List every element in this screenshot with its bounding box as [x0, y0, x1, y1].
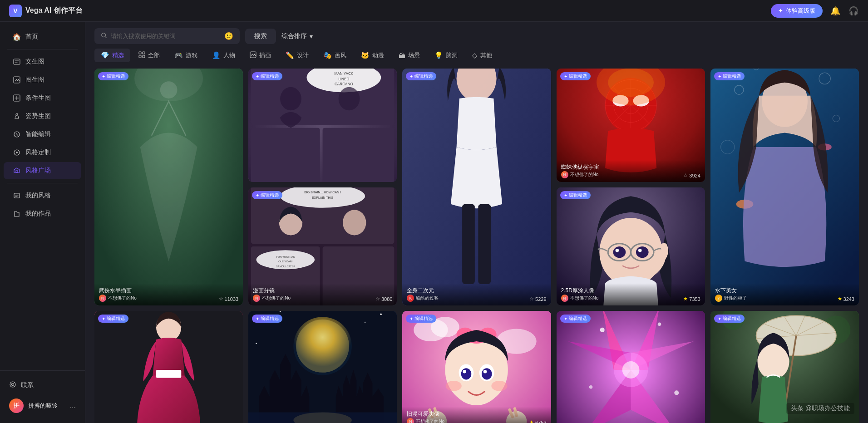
sidebar-divider-1	[7, 49, 78, 49]
filter-tab-game[interactable]: 🎮 游戏	[168, 49, 204, 62]
filter-tab-other[interactable]: ◇ 其他	[466, 49, 498, 62]
filter-tab-all[interactable]: 全部	[132, 49, 166, 62]
card-underwater[interactable]: ✦编辑精选 水下美女 Y 野性的柜子 ★	[710, 69, 859, 305]
sidebar-item-condition[interactable]: 条件生图	[4, 89, 81, 107]
card-author-spiderman: N 不想佛了的No	[561, 171, 599, 178]
filter-tab-scene[interactable]: 🏔 场景	[392, 49, 426, 62]
sidebar-divider-2	[7, 183, 78, 183]
author-avatar-cute-avatar: N	[407, 418, 414, 423]
svg-point-106	[380, 314, 382, 315]
svg-rect-12	[139, 52, 141, 54]
sidebar: 🏠 首页 文生图 图生图 条件生图	[0, 22, 85, 423]
contact-item[interactable]: 联系	[0, 376, 85, 394]
author-avatar-thick-paint: N	[561, 295, 568, 302]
card-ancient-beauty[interactable]: ✦编辑精选	[710, 311, 859, 423]
notification-icon[interactable]: 🔔	[830, 5, 841, 16]
sidebar-item-smart-edit[interactable]: 智能编辑	[4, 126, 81, 143]
logo-icon: V	[9, 5, 22, 17]
card-author-underwater: Y 野性的柜子	[715, 295, 747, 302]
all-icon	[138, 51, 145, 59]
card-title-spiderman: 蜘蛛侠纵横宇宙	[561, 163, 599, 171]
svg-rect-33	[478, 204, 491, 284]
emoji-button[interactable]: 🙂	[224, 32, 233, 40]
style-custom-icon	[13, 148, 21, 157]
sidebar-item-style-plaza[interactable]: 风格广场	[4, 162, 81, 179]
card-spiderman[interactable]: ✦编辑精选 蜘蛛侠纵横宇宙 N 不想佛了的No ☆	[557, 69, 705, 182]
svg-point-113	[622, 361, 639, 379]
user-more-button[interactable]: ...	[70, 402, 76, 410]
svg-point-63	[343, 210, 366, 235]
search-icon	[101, 32, 107, 40]
svg-point-83	[483, 370, 487, 374]
smart-edit-icon	[13, 130, 21, 138]
svg-point-100	[638, 249, 642, 252]
card-moon-castle[interactable]: ✦编辑精选	[248, 311, 397, 423]
sidebar-item-image-image[interactable]: 图生图	[4, 71, 81, 89]
svg-point-6	[16, 152, 18, 153]
filter-tab-illustration[interactable]: 插画	[243, 49, 277, 62]
card-author-thick-paint: N 不想佛了的No	[561, 295, 599, 302]
svg-point-115	[657, 323, 661, 326]
card-overlay-spiderman: 蜘蛛侠纵横宇宙 N 不想佛了的No ☆ 3924	[557, 160, 705, 182]
user-name: 拼搏的哑铃	[28, 402, 65, 410]
sidebar-item-home[interactable]: 🏠 首页	[4, 28, 81, 45]
card-cute-avatar[interactable]: ✦编辑精选 旧漫可爱头像 N 不想佛了的No ★	[402, 311, 551, 423]
editor-badge-comic-top: ✦编辑精选	[252, 72, 282, 80]
logo: V Vega AI 创作平台	[9, 5, 83, 17]
condition-icon	[13, 94, 21, 102]
author-avatar-underwater: Y	[715, 295, 722, 302]
sidebar-item-my-works[interactable]: 我的作品	[4, 205, 81, 222]
filter-tab-anime[interactable]: 🐱 动漫	[355, 49, 390, 62]
svg-text:EXPLAIN THIS: EXPLAIN THIS	[312, 196, 334, 199]
svg-point-80	[461, 368, 472, 379]
author-avatar-anime-girl: K	[407, 295, 414, 302]
svg-rect-32	[463, 204, 475, 284]
upgrade-button[interactable]: ✦ 体验高级版	[771, 4, 823, 18]
contact-icon	[9, 381, 16, 389]
card-pink-crystal[interactable]: ✦编辑精选	[557, 311, 705, 423]
sidebar-item-style-custom[interactable]: 风格定制	[4, 144, 81, 161]
svg-point-116	[589, 385, 592, 389]
card-comic-top[interactable]: MAN YACK LINED CARCANO ✦编辑精选	[248, 69, 397, 182]
svg-rect-54	[156, 370, 181, 378]
filter-tab-painting[interactable]: 🎭 画风	[317, 49, 353, 62]
search-button[interactable]: 搜索	[245, 29, 276, 44]
card-author-wuxia: N 不想佛了的No	[99, 295, 137, 302]
editor-badge-moon-castle: ✦编辑精选	[252, 315, 282, 323]
card-comic-bottom[interactable]: BIG BRAIN... HOW CAN I EXPLAIN THIS YON …	[248, 187, 397, 305]
image-image-icon	[13, 76, 21, 84]
search-input[interactable]	[111, 33, 221, 39]
my-works-icon	[13, 210, 21, 218]
filter-tab-brain[interactable]: 💡 脑洞	[428, 49, 464, 62]
filter-tab-design[interactable]: ✏️ 设计	[279, 49, 315, 62]
svg-rect-14	[139, 55, 141, 58]
headphone-icon[interactable]: 🎧	[848, 5, 859, 16]
filter-tab-people[interactable]: 👤 人物	[206, 49, 242, 62]
sidebar-item-my-style[interactable]: 我的风格	[4, 187, 81, 204]
editor-badge-comic-bottom: ✦编辑精选	[252, 191, 282, 199]
svg-rect-13	[143, 52, 145, 54]
chevron-down-icon: ▾	[310, 33, 313, 40]
card-stars-anime-girl: ☆ 5229	[529, 296, 546, 302]
brain-icon: 💡	[434, 51, 443, 59]
svg-text:BIG BRAIN... HOW CAN I: BIG BRAIN... HOW CAN I	[304, 191, 341, 194]
sidebar-item-text-image[interactable]: 文生图	[4, 53, 81, 70]
card-overlay-underwater: 水下美女 Y 野性的柜子 ★ 3243	[710, 283, 859, 305]
svg-point-105	[280, 311, 281, 312]
filter-tab-selected[interactable]: 💎 精选	[94, 49, 130, 62]
svg-point-77	[449, 346, 504, 405]
card-anime-girl[interactable]: ✦编辑精选 全身二次元 K 酷酷的过客 ☆	[402, 69, 551, 305]
text-image-icon	[13, 58, 21, 66]
card-author-comic-bottom: N 不想佛了的No	[253, 295, 291, 302]
svg-point-114	[600, 328, 604, 332]
svg-rect-7	[16, 171, 18, 172]
svg-rect-8	[14, 193, 20, 198]
sort-button[interactable]: 综合排序 ▾	[281, 32, 313, 40]
sidebar-item-pose[interactable]: 姿势生图	[4, 108, 81, 125]
card-overlay-comic-bottom: 漫画分镜 N 不想佛了的No ☆ 3080	[248, 283, 397, 305]
card-fashion[interactable]: ✦编辑精选	[94, 311, 243, 423]
svg-point-3	[16, 113, 18, 115]
card-thick-paint[interactable]: ✦编辑精选 2.5D厚涂人像 N 不想佛了的No ★	[557, 187, 705, 305]
card-wuxia[interactable]: ✦编辑精选 武侠水墨插画 N 不想佛了的No ☆	[94, 69, 243, 305]
sidebar-user: 拼 拼搏的哑铃 ...	[0, 394, 85, 418]
